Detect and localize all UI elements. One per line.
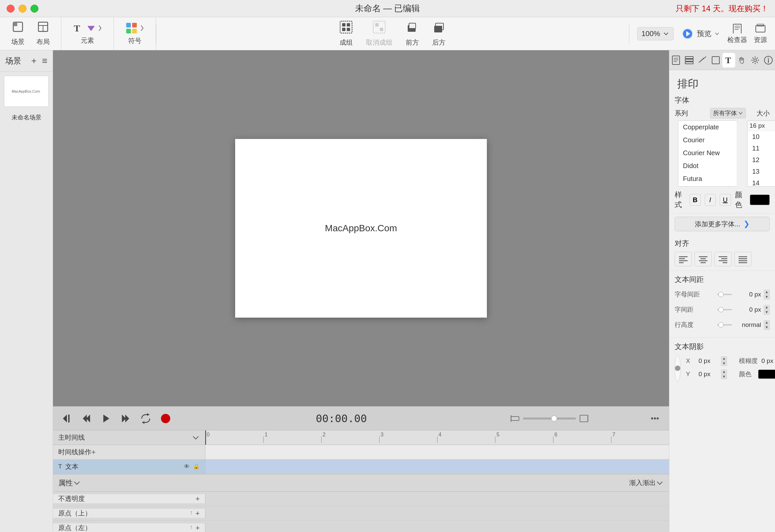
letter-spacing-slider[interactable]	[717, 294, 732, 295]
prop-origin-top-move[interactable]: ↑	[190, 509, 193, 518]
timeline-text-content[interactable]	[205, 460, 669, 474]
tab-hand[interactable]	[735, 53, 749, 67]
font-size-list[interactable]: 16 px 10 11 12 13 14 16	[747, 120, 775, 187]
layer-lock-button[interactable]: 🔒	[193, 463, 200, 470]
resources-button[interactable]: 资源	[754, 23, 767, 44]
align-justify-button[interactable]	[734, 252, 752, 266]
size-item-12[interactable]: 12	[748, 154, 775, 166]
svg-rect-12	[342, 23, 345, 26]
properties-collapse-icon[interactable]	[73, 479, 81, 487]
align-left-button[interactable]	[675, 252, 692, 266]
align-center-button[interactable]	[695, 252, 712, 266]
size-item-10[interactable]: 10	[748, 131, 775, 143]
scenes-title: 场景	[5, 56, 21, 66]
size-item-13[interactable]: 13	[748, 166, 775, 177]
preview-button[interactable]: 预览	[682, 28, 719, 40]
fade-dropdown-icon[interactable]	[656, 479, 664, 487]
font-item-futura[interactable]: Futura	[678, 172, 737, 185]
add-scene-button[interactable]: +	[31, 56, 36, 66]
timeline-play-button[interactable]	[99, 412, 113, 425]
ruler: 0 1 2 3 4 5 6	[205, 430, 669, 445]
shadow-x-stepper[interactable]: ▲ ▼	[721, 356, 727, 366]
letter-spacing-stepper[interactable]: ▲ ▼	[764, 290, 770, 299]
timeline-controls: 00:00.00 •••	[53, 407, 669, 430]
canvas-content: MacAppBox.Com	[325, 223, 397, 234]
prop-opacity-add[interactable]: +	[196, 495, 200, 503]
right-panel: T 排印 字体 系列 所有字体	[669, 50, 775, 532]
inspector-group: 检查器 资源	[727, 23, 767, 44]
inspector-button[interactable]: 检查器	[727, 23, 747, 44]
word-spacing-stepper[interactable]: ▲ ▼	[764, 305, 770, 315]
element-button[interactable]: T 元素	[69, 22, 106, 45]
tab-layers[interactable]	[683, 53, 696, 67]
font-item-georgia[interactable]: Georgia	[678, 185, 737, 187]
group-button[interactable]: 成组	[340, 21, 353, 47]
font-item-didot[interactable]: Didot	[678, 159, 737, 172]
scene-thumbnail[interactable]: MacAppBox.Com	[4, 76, 49, 107]
scene-thumb-image: MacAppBox.Com	[4, 76, 47, 107]
letter-spacing-row: 字母间距 0 px ▲ ▼	[675, 288, 770, 301]
underline-button[interactable]: U	[720, 194, 731, 206]
prop-origin-top-add[interactable]: +	[196, 509, 200, 518]
size-item-14[interactable]: 14	[748, 177, 775, 187]
add-fonts-button[interactable]: 添加更多字体... ❯	[675, 217, 770, 231]
line-height-slider[interactable]	[717, 324, 732, 326]
backward-icon	[432, 21, 445, 36]
prop-origin-left-move[interactable]: ↑	[190, 524, 193, 532]
timeline-back-button[interactable]	[79, 412, 93, 425]
canvas-area[interactable]: MacAppBox.Com	[53, 50, 669, 406]
close-button[interactable]	[7, 5, 15, 13]
svg-rect-51	[685, 62, 693, 64]
timeline-dots-menu[interactable]: •••	[648, 414, 662, 423]
canvas[interactable]: MacAppBox.Com	[235, 139, 487, 318]
forward-button[interactable]: 前方	[406, 21, 419, 47]
tab-shape[interactable]	[709, 53, 722, 67]
bold-button[interactable]: B	[690, 194, 701, 206]
timeline-loop-button[interactable]	[139, 412, 152, 425]
layout-button[interactable]: 布局	[33, 21, 53, 46]
ungroup-icon	[373, 21, 386, 36]
backward-button[interactable]: 后方	[432, 21, 445, 47]
word-spacing-slider[interactable]	[717, 309, 732, 310]
prop-origin-left-add[interactable]: +	[196, 524, 200, 532]
size-item-11[interactable]: 11	[748, 143, 775, 154]
group-label: 成组	[340, 38, 353, 47]
speed-range[interactable]	[523, 418, 576, 420]
ungroup-button[interactable]: 取消成组	[366, 21, 392, 47]
tab-document[interactable]	[669, 53, 683, 67]
layer-eye-button[interactable]: 👁	[184, 463, 190, 470]
timeline-to-start-button[interactable]	[60, 412, 73, 425]
shadow-y-stepper[interactable]: ▲ ▼	[721, 370, 727, 379]
timeline-speed-slider[interactable]	[510, 414, 641, 423]
scene-name-label: 未命名场景	[0, 111, 53, 124]
scene-menu-button[interactable]: ≡	[42, 56, 47, 66]
scene-button[interactable]: 场景	[8, 21, 28, 46]
tab-ruler[interactable]	[696, 53, 709, 67]
shadow-y-row: Y 0 px ▲ ▼ 颜色	[686, 368, 775, 380]
timeline-forward-button[interactable]	[119, 412, 132, 425]
text-color-swatch[interactable]	[750, 195, 770, 205]
line-height-stepper[interactable]: ▲ ▼	[764, 320, 770, 330]
font-item-copperplate[interactable]: Copperplate	[678, 121, 737, 134]
shadow-color-swatch[interactable]	[758, 370, 775, 379]
timeline-text-label[interactable]: T 文本 👁 🔒	[53, 460, 205, 474]
timeline-record-button[interactable]	[159, 412, 172, 425]
font-filter-dropdown[interactable]: 所有字体	[710, 108, 746, 118]
tab-gear[interactable]	[749, 53, 762, 67]
align-right-button[interactable]	[714, 252, 732, 266]
font-item-courier-new[interactable]: Courier New	[678, 147, 737, 159]
maximize-button[interactable]	[30, 5, 38, 13]
tab-text[interactable]: T	[722, 53, 736, 67]
promo-text[interactable]: 只剩下 14 天。现在购买！	[676, 3, 775, 14]
shadow-position-control[interactable]	[675, 355, 681, 381]
font-list[interactable]: Copperplate Courier Courier New Didot Fu…	[678, 120, 737, 187]
add-action-button[interactable]: +	[91, 448, 96, 457]
minimize-button[interactable]	[19, 5, 26, 13]
italic-button[interactable]: I	[705, 194, 716, 206]
font-item-courier[interactable]: Courier	[678, 134, 737, 147]
tab-info[interactable]	[762, 53, 775, 67]
symbol-button[interactable]: 符号	[122, 22, 148, 45]
timeline-dropdown-icon[interactable]	[192, 434, 200, 442]
left-panel-header: 场景 + ≡	[0, 50, 53, 72]
zoom-control[interactable]: 100%	[637, 27, 674, 40]
